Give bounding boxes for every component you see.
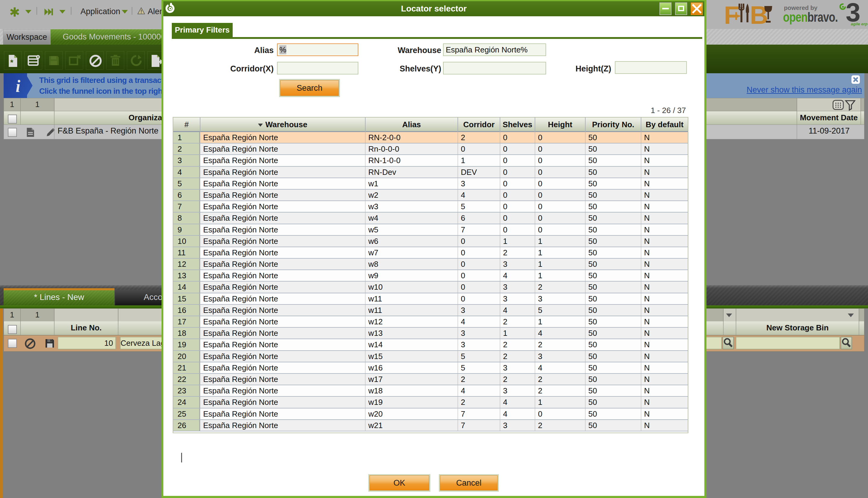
svg-text:*: * bbox=[10, 58, 14, 67]
